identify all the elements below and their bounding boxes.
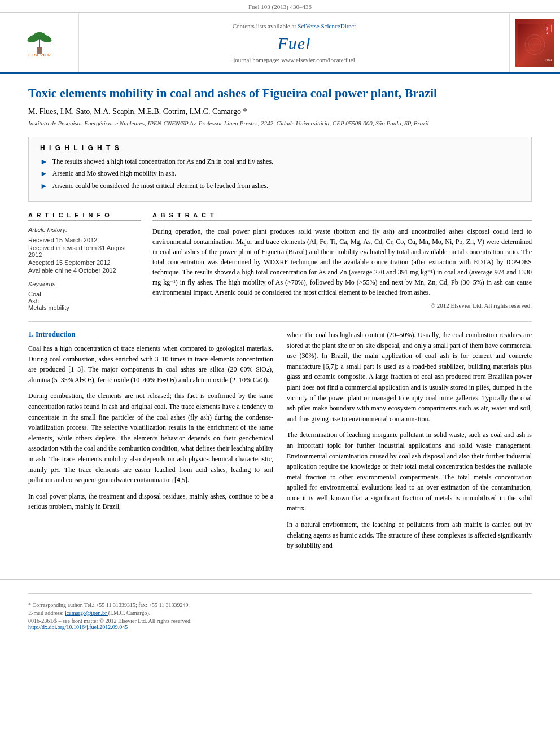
svg-text:FUEL: FUEL — [545, 58, 552, 62]
keywords-coal: Coal — [28, 291, 141, 298]
email-address: lcamargo@ipen.br — [65, 610, 107, 616]
page: Fuel 103 (2013) 430–436 ELSEVIER — [0, 0, 560, 747]
elsevier-logo-area: ELSEVIER — [0, 13, 79, 72]
journal-header: ELSEVIER Contents lists available at Sci… — [0, 13, 560, 74]
svg-text:ELSEVIER: ELSEVIER — [28, 53, 51, 57]
copyright-line: © 2012 Elsevier Ltd. All rights reserved… — [152, 302, 532, 309]
highlights-section: H I G H L I G H T S ► The results showed… — [28, 137, 532, 202]
divider — [28, 321, 532, 322]
sciverse-prefix: Contents lists available at — [233, 23, 296, 29]
keywords-metals: Metals mobility — [28, 304, 141, 311]
highlight-item-2: ► Arsenic and Mo showed high mobility in… — [40, 169, 520, 179]
received-revised-date: Received in revised form 31 August 2012 — [28, 244, 141, 258]
body-content: 1. Introduction Coal has a high concentr… — [28, 330, 532, 557]
received-date: Received 15 March 2012 — [28, 237, 141, 243]
journal-header-center: Contents lists available at SciVerse Sci… — [79, 13, 509, 72]
highlight-arrow-2: ► — [40, 169, 48, 179]
abstract-heading: A B S T R A C T — [152, 212, 532, 221]
email-line: E-mail address: lcamargo@ipen.br (I.M.C.… — [28, 610, 532, 616]
authors-text: M. Flues, I.M. Sato, M.A. Scapin, M.E.B.… — [28, 107, 247, 116]
article-info-col: A R T I C L E I N F O Article history: R… — [28, 212, 141, 311]
abstract-text: During operation, the coal power plant p… — [152, 226, 532, 298]
doi-link[interactable]: http://dx.doi.org/10.1016/j.fuel.2012.09… — [28, 624, 128, 630]
fuel-cover-image: FUEL FUEL FUEL — [515, 19, 554, 67]
email-name: (I.M.C. Camargo). — [108, 610, 151, 616]
highlights-title: H I G H L I G H T S — [40, 144, 520, 152]
highlight-text-2: Arsenic and Mo showed high mobility in a… — [53, 169, 176, 178]
article-info-abstract: A R T I C L E I N F O Article history: R… — [28, 212, 532, 311]
corresponding-text: * Corresponding author. Tel.: +55 11 313… — [28, 602, 190, 608]
citation-bar: Fuel 103 (2013) 430–436 — [0, 0, 560, 13]
citation-text: Fuel 103 (2013) 430–436 — [248, 3, 312, 10]
highlight-arrow-1: ► — [40, 158, 48, 167]
intro-para-1: Coal has a high concentration of trace e… — [28, 343, 273, 385]
keywords-label: Keywords: — [28, 281, 141, 287]
footer-divider — [28, 593, 532, 594]
sciverse-line: Contents lists available at SciVerse Sci… — [233, 23, 356, 29]
right-para-1: where the coal has high ash content (20–… — [287, 330, 532, 424]
journal-title: Fuel — [278, 34, 311, 53]
available-date: Available online 4 October 2012 — [28, 267, 141, 274]
homepage-text: journal homepage: www.elsevier.com/locat… — [233, 56, 355, 63]
article-affiliation: Instituto de Pesquisas Energéticas e Nuc… — [28, 120, 532, 126]
accepted-date: Accepted 15 September 2012 — [28, 259, 141, 266]
intro-number: 1. — [28, 330, 34, 338]
body-col-left: 1. Introduction Coal has a high concentr… — [28, 330, 273, 557]
corresponding-note: * Corresponding author. Tel.: +55 11 313… — [28, 602, 532, 608]
intro-para-2: During combustion, the elements are not … — [28, 391, 273, 485]
page-footer: * Corresponding author. Tel.: +55 11 313… — [0, 579, 560, 637]
intro-title: Introduction — [36, 330, 76, 338]
article-authors: M. Flues, I.M. Sato, M.A. Scapin, M.E.B.… — [28, 107, 532, 116]
history-label: Article history: — [28, 226, 141, 233]
highlight-text-1: The results showed a high total concentr… — [53, 158, 273, 166]
keywords-ash: Ash — [28, 298, 141, 304]
fuel-cover-svg: FUEL FUEL — [518, 21, 552, 67]
issn-text: 0016-2361/$ – see front matter © 2012 El… — [28, 618, 191, 624]
highlight-text-3: Arsenic could be considered the most cri… — [53, 182, 268, 190]
highlight-item-3: ► Arsenic could be considered the most c… — [40, 182, 520, 191]
fuel-cover-area: FUEL FUEL FUEL — [509, 13, 560, 72]
highlight-arrow-3: ► — [40, 182, 48, 191]
right-para-2: The determination of leaching inorganic … — [287, 430, 532, 514]
abstract-col: A B S T R A C T During operation, the co… — [152, 212, 532, 311]
journal-homepage: journal homepage: www.elsevier.com/locat… — [233, 56, 355, 63]
email-label: E-mail address: — [28, 610, 63, 616]
article-title: Toxic elements mobility in coal and ashe… — [28, 85, 532, 102]
article-content: Toxic elements mobility in coal and ashe… — [0, 74, 560, 568]
sciverse-link[interactable]: SciVerse ScienceDirect — [298, 23, 356, 29]
intro-para-3: In coal power plants, the treatment and … — [28, 491, 273, 512]
email-link[interactable]: lcamargo@ipen.br — [65, 610, 108, 616]
doi-text: http://dx.doi.org/10.1016/j.fuel.2012.09… — [28, 624, 128, 630]
elsevier-logo: ELSEVIER — [14, 26, 65, 59]
sciverse-link-text: SciVerse ScienceDirect — [298, 23, 356, 29]
highlight-item-1: ► The results showed a high total concen… — [40, 158, 520, 167]
body-col-right: where the coal has high ash content (20–… — [287, 330, 532, 557]
article-info-heading: A R T I C L E I N F O — [28, 212, 141, 221]
doi-line: http://dx.doi.org/10.1016/j.fuel.2012.09… — [28, 624, 532, 630]
right-para-3: In a natural environment, the leaching o… — [287, 519, 532, 551]
intro-section-title: 1. Introduction — [28, 330, 273, 339]
svg-point-4 — [34, 32, 45, 38]
svg-text:FUEL: FUEL — [545, 25, 549, 34]
issn-line: 0016-2361/$ – see front matter © 2012 El… — [28, 618, 532, 624]
elsevier-logo-svg: ELSEVIER — [14, 26, 65, 57]
